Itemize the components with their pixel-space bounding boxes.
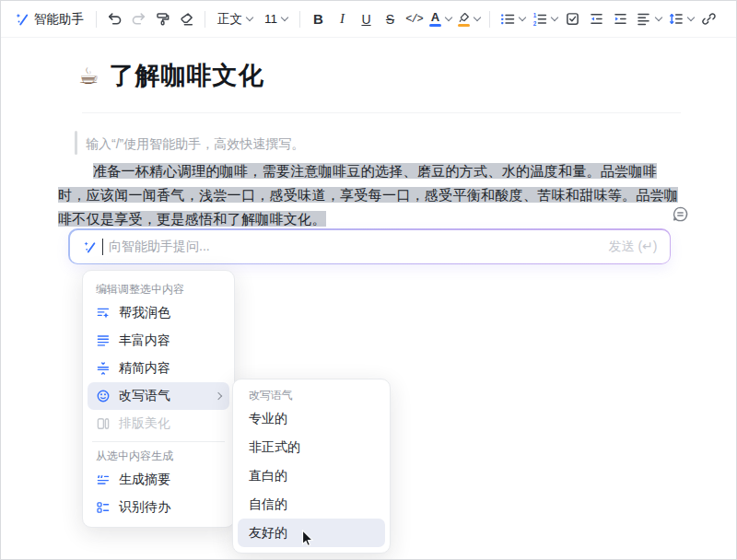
underline-icon: U — [361, 12, 370, 27]
document-title[interactable]: ☕ 了解咖啡文化 — [78, 59, 263, 92]
highlight-color-button[interactable] — [455, 6, 483, 32]
code-icon: </> — [405, 13, 423, 26]
coffee-emoji: ☕ — [78, 63, 99, 89]
numbered-list-button[interactable]: 12 — [529, 6, 560, 32]
underline-button[interactable]: U — [355, 6, 378, 32]
chevron-right-icon — [215, 392, 222, 400]
ai-prompt-box[interactable]: 向智能助手提问... 发送 (↵) — [68, 228, 671, 264]
align-button[interactable] — [633, 6, 664, 32]
align-left-icon — [636, 11, 651, 27]
send-button[interactable]: 发送 (↵) — [609, 239, 658, 255]
chevron-down-icon — [281, 14, 288, 21]
tone-icon — [96, 389, 111, 403]
chevron-down-icon — [655, 14, 662, 21]
text-color-button[interactable]: A — [427, 6, 454, 32]
bold-icon: B — [313, 11, 323, 27]
document-paragraph[interactable]: 准备一杯精心调理的咖啡，需要注意咖啡豆的选择、磨豆的方式、水的温度和量。品尝咖啡… — [58, 159, 681, 231]
ai-assistant-label: 智能助手 — [34, 11, 84, 28]
font-size-value: 11 — [264, 12, 277, 26]
link-icon — [701, 11, 717, 27]
highlighter-icon — [458, 12, 470, 27]
strikethrough-button[interactable]: S — [379, 6, 402, 32]
redo-button[interactable] — [127, 6, 150, 32]
bold-button[interactable]: B — [307, 6, 330, 32]
menu-section-header: 编辑调整选中内容 — [83, 275, 234, 299]
italic-icon: I — [340, 11, 345, 27]
selected-text[interactable]: 准备一杯精心调理的咖啡，需要注意咖啡豆的选择、磨豆的方式、水的温度和量。品尝咖啡… — [58, 163, 678, 227]
menu-item-label: 丰富内容 — [119, 332, 170, 349]
toolbar-divider — [205, 11, 205, 28]
hint-cursor-bar — [75, 131, 77, 155]
line-spacing-icon — [668, 11, 684, 27]
todo-icon — [96, 500, 111, 515]
redo-icon — [131, 11, 146, 27]
toolbar: 智能助手 正文 11 B I U S </> — [1, 1, 736, 38]
toolbar-divider — [299, 11, 300, 28]
undo-icon — [107, 11, 123, 27]
inline-code-button[interactable]: </> — [403, 6, 426, 32]
chevron-down-icon — [445, 14, 452, 21]
menu-item-label: 帮我润色 — [119, 305, 170, 321]
menu-divider — [92, 441, 225, 442]
menu-section-header: 从选中内容生成 — [83, 446, 234, 466]
beautify-icon — [96, 416, 111, 431]
outdent-button[interactable] — [585, 6, 608, 32]
paragraph-style-select[interactable]: 正文 — [212, 6, 258, 32]
menu-item-label: 排版美化 — [119, 415, 170, 432]
polish-icon — [96, 306, 111, 321]
menu-item-polish[interactable]: 帮我润色 — [88, 299, 229, 327]
menu-item-todo[interactable]: 识别待办 — [88, 494, 229, 521]
strikethrough-icon: S — [386, 12, 394, 27]
submenu-item-informal[interactable]: 非正式的 — [238, 433, 385, 461]
text-caret — [102, 239, 104, 255]
task-list-button[interactable] — [561, 6, 584, 32]
submenu-item-label: 非正式的 — [249, 439, 300, 456]
font-size-select[interactable]: 11 — [259, 6, 293, 32]
menu-item-label: 精简内容 — [119, 360, 170, 377]
chevron-down-icon — [246, 14, 253, 21]
magic-wand-icon — [14, 11, 29, 27]
toolbar-divider — [489, 11, 490, 28]
menu-item-tone[interactable]: 改写语气 — [88, 382, 229, 410]
tone-submenu: 改写语气 专业的 非正式的 直白的 自信的 友好的 — [232, 379, 391, 554]
menu-item-summary[interactable]: 生成摘要 — [88, 466, 229, 494]
title-divider — [82, 112, 681, 113]
indent-button[interactable] — [609, 6, 632, 32]
svg-text:2: 2 — [533, 20, 537, 27]
bullet-list-button[interactable] — [497, 6, 528, 32]
format-painter-button[interactable] — [151, 6, 174, 32]
menu-item-condense[interactable]: 精简内容 — [88, 355, 229, 382]
ai-assistant-button[interactable]: 智能助手 — [8, 6, 89, 32]
enrich-icon — [96, 333, 111, 348]
menu-item-label: 识别待办 — [119, 499, 170, 516]
toolbar-divider — [96, 11, 97, 28]
italic-button[interactable]: I — [331, 6, 354, 32]
editor-window: 智能助手 正文 11 B I U S </> — [0, 0, 737, 560]
eraser-button[interactable] — [175, 6, 198, 32]
undo-button[interactable] — [103, 6, 126, 32]
mouse-cursor — [301, 530, 314, 548]
submenu-item-label: 自信的 — [249, 496, 287, 513]
numbered-list-icon: 12 — [532, 11, 547, 27]
paragraph-style-value: 正文 — [217, 11, 242, 28]
condense-icon — [96, 361, 111, 376]
eraser-icon — [179, 11, 194, 27]
ai-prompt-input[interactable]: 向智能助手提问... — [109, 239, 603, 255]
submenu-header: 改写语气 — [233, 384, 390, 404]
submenu-item-label: 直白的 — [249, 468, 287, 484]
submenu-item-label: 专业的 — [249, 411, 287, 427]
comment-bubble-icon[interactable] — [671, 204, 690, 224]
submenu-item-confident[interactable]: 自信的 — [238, 490, 385, 519]
summary-icon — [96, 472, 111, 487]
link-button[interactable] — [697, 6, 720, 32]
submenu-item-professional[interactable]: 专业的 — [238, 404, 385, 433]
menu-item-enrich[interactable]: 丰富内容 — [88, 327, 229, 355]
line-spacing-button[interactable] — [665, 6, 696, 32]
menu-item-label: 改写语气 — [119, 388, 170, 404]
bullet-list-icon — [499, 11, 515, 27]
chevron-down-icon — [519, 14, 526, 21]
checkbox-icon — [565, 11, 580, 27]
svg-text:1: 1 — [533, 12, 537, 18]
menu-item-beautify[interactable]: 排版美化 — [88, 410, 229, 438]
submenu-item-direct[interactable]: 直白的 — [238, 461, 385, 490]
